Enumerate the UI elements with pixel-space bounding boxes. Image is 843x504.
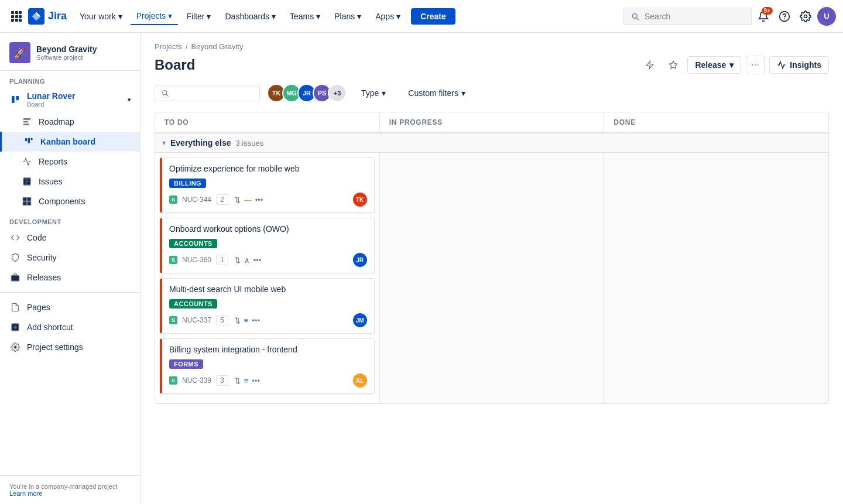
avatar-count[interactable]: +3 [328, 84, 347, 102]
kanban-board-label: Kanban board [40, 137, 95, 146]
more-card-icon[interactable]: ••• [252, 376, 260, 385]
svg-marker-30 [670, 61, 677, 68]
code-label: Code [27, 233, 46, 242]
card-meta-icons: ⇅ ∧ ••• [234, 256, 262, 265]
card-nuc-344[interactable]: Optimize experience for mobile web BILLI… [160, 157, 375, 213]
swimlane-label: Everything else [170, 138, 231, 148]
inprogress-column [380, 153, 605, 403]
nav-apps[interactable]: Apps ▾ [369, 8, 406, 25]
assignee-avatar[interactable]: JR [353, 253, 367, 267]
card-meta: S NUC-344 2 ⇅ — ••• TK [169, 193, 367, 207]
breadcrumb: Projects / Beyond Gravity [155, 42, 829, 51]
sidebar-item-code[interactable]: Code [0, 228, 140, 248]
issue-key: NUC-337 [182, 316, 211, 324]
svg-point-33 [758, 64, 759, 66]
card-nuc-360[interactable]: Onboard workout options (OWO) ACCOUNTS S… [160, 218, 375, 273]
assignee-avatar[interactable]: JM [353, 313, 367, 327]
project-type: Software project [36, 54, 97, 61]
help-button[interactable] [775, 7, 794, 26]
chevron-down-icon: ▾ [357, 12, 361, 21]
sidebar-item-kanban-board[interactable]: Kanban board [0, 132, 140, 152]
board-header-actions: Release ▾ Insights [640, 56, 829, 74]
issue-type-icon: S [169, 376, 177, 385]
user-avatar[interactable]: U [817, 7, 836, 26]
gear-icon [800, 11, 811, 22]
breadcrumb-beyond-gravity[interactable]: Beyond Gravity [191, 42, 244, 51]
assignee-avatar[interactable]: AL [353, 373, 367, 388]
more-card-icon[interactable]: ••• [255, 196, 263, 204]
nav-filter[interactable]: Filter ▾ [180, 8, 217, 25]
more-card-icon[interactable]: ••• [253, 256, 262, 265]
svg-rect-15 [30, 138, 32, 140]
priority-icon: ≡ [244, 316, 249, 325]
sidebar-item-add-shortcut[interactable]: Add shortcut [0, 317, 140, 337]
board-search-input[interactable] [173, 88, 249, 98]
nav-teams[interactable]: Teams ▾ [284, 8, 326, 25]
card-nuc-337[interactable]: Multi-dest search UI mobile web ACCOUNTS… [160, 278, 375, 334]
sidebar-item-security[interactable]: Security [0, 248, 140, 268]
star-icon [669, 60, 678, 70]
help-icon [779, 11, 790, 22]
sidebar-item-issues[interactable]: Issues [0, 172, 140, 191]
swimlane-header[interactable]: ▾ Everything else 3 issues [155, 133, 828, 153]
nav-plans[interactable]: Plans ▾ [328, 8, 367, 25]
card-title: Optimize experience for mobile web [169, 164, 367, 173]
sidebar-item-releases[interactable]: Releases [0, 268, 140, 287]
branch-icon[interactable]: ⇅ [234, 316, 241, 325]
issue-key: NUC-344 [182, 196, 211, 204]
grid-menu-button[interactable] [7, 7, 26, 26]
jira-logo-icon [28, 8, 44, 25]
issue-key: NUC-339 [182, 376, 211, 385]
sidebar-item-reports[interactable]: Reports [0, 152, 140, 172]
search-input[interactable] [645, 12, 738, 21]
notifications-button[interactable]: 9+ [754, 7, 773, 26]
sidebar-project-header[interactable]: 🚀 Beyond Gravity Software project [0, 33, 140, 71]
sidebar-item-lunar-rover[interactable]: Lunar Rover Board ▾ [0, 87, 140, 112]
star-button[interactable] [664, 56, 683, 74]
svg-rect-0 [11, 11, 14, 14]
main-content: Projects / Beyond Gravity Board Release … [140, 33, 843, 504]
board-search[interactable] [155, 85, 260, 101]
release-button[interactable]: Release ▾ [687, 56, 741, 74]
priority-icon: ∧ [244, 256, 250, 265]
card-nuc-339[interactable]: Billing system integration - frontend FO… [160, 338, 375, 394]
branch-icon[interactable]: ⇅ [234, 196, 241, 204]
sidebar-item-roadmap[interactable]: Roadmap [0, 112, 140, 132]
nav-dashboards[interactable]: Dashboards ▾ [219, 8, 282, 25]
branch-icon[interactable]: ⇅ [234, 376, 241, 385]
insights-label: Insights [790, 60, 821, 70]
learn-more-link[interactable]: Learn more [9, 490, 42, 497]
jira-logo[interactable]: Jira [28, 8, 67, 25]
sidebar-item-pages[interactable]: Pages [0, 297, 140, 317]
issues-label: Issues [39, 177, 62, 186]
app-layout: 🚀 Beyond Gravity Software project Planni… [0, 33, 843, 504]
nav-your-work[interactable]: Your work ▾ [74, 8, 128, 25]
breadcrumb-projects[interactable]: Projects [155, 42, 182, 51]
create-button[interactable]: Create [411, 8, 455, 25]
project-settings-label: Project settings [27, 342, 83, 352]
svg-rect-3 [11, 15, 14, 18]
planning-section-label: Planning [0, 71, 140, 87]
security-label: Security [27, 253, 57, 262]
column-header-inprogress: IN PROGRESS [380, 112, 605, 132]
sidebar-item-components[interactable]: Components [0, 191, 140, 211]
type-filter-button[interactable]: Type ▾ [354, 84, 393, 102]
story-points: 3 [216, 375, 228, 386]
avatar-group: TK MG JR PS +3 [267, 84, 347, 102]
branch-icon[interactable]: ⇅ [234, 256, 241, 265]
more-options-button[interactable] [746, 56, 765, 74]
nav-projects[interactable]: Projects ▾ [131, 8, 179, 25]
search-bar[interactable] [623, 8, 752, 25]
card-meta-icons: ⇅ ≡ ••• [234, 376, 260, 385]
custom-filters-button[interactable]: Custom filters ▾ [400, 84, 473, 102]
settings-button[interactable] [796, 7, 815, 26]
development-section-label: Development [0, 211, 140, 228]
insights-button[interactable]: Insights [769, 56, 829, 74]
sidebar-item-project-settings[interactable]: Project settings [0, 337, 140, 357]
kanban-icon [9, 94, 21, 105]
card-meta-icons: ⇅ — ••• [234, 196, 263, 204]
kanban-board-icon [23, 136, 35, 148]
lightning-button[interactable] [640, 56, 659, 74]
more-card-icon[interactable]: ••• [252, 316, 260, 325]
assignee-avatar[interactable]: TK [353, 193, 367, 207]
